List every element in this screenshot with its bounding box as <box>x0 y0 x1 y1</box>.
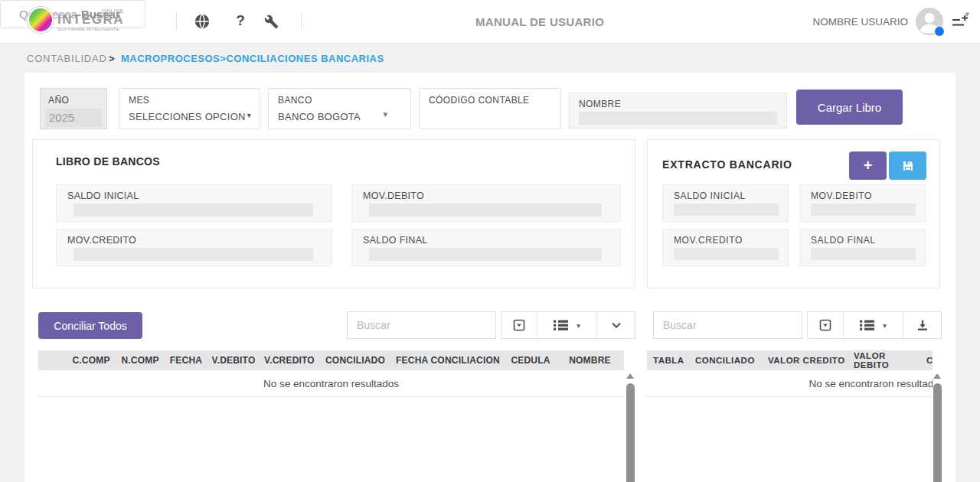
extracto-saldo-final-value <box>811 248 916 260</box>
logo-name-text: INTEGRA <box>57 14 124 26</box>
chevron-down-icon: ▾ <box>577 321 580 330</box>
left-table-scroll-up-arrow[interactable] <box>626 373 634 379</box>
save-extracto-button[interactable] <box>889 151 926 180</box>
chevron-down-icon <box>610 319 622 331</box>
right-table-toolbar: ▾ <box>807 311 942 339</box>
column-header-fecha[interactable]: FECHA <box>164 355 208 366</box>
extracto-mov-debito-field: MOV.DEBITO <box>799 184 926 222</box>
nombre-label: NOMBRE <box>570 93 786 109</box>
right-table-empty-message: No se encontraron resultados <box>647 370 933 397</box>
topbar-divider <box>176 13 177 30</box>
libro-saldo-inicial-value <box>74 204 313 217</box>
left-table-scrollbar[interactable] <box>626 383 635 482</box>
extracto-mov-credito-value <box>674 248 779 260</box>
user-name-label: NOMBRE USUARIO <box>812 0 908 44</box>
floppy-disk-icon <box>901 159 915 173</box>
libro-saldo-final-field: SALDO FINAL <box>351 229 621 266</box>
right-table-empty-row: No se encontraron resultados <box>647 370 933 397</box>
expand-button[interactable] <box>596 312 635 338</box>
nombre-field: NOMBRE <box>569 93 787 129</box>
help-icon[interactable]: ? <box>231 11 250 30</box>
libro-saldo-inicial-field: SALDO INICIAL <box>56 184 332 222</box>
column-header-conciliado[interactable]: CONCILIADO <box>689 356 762 365</box>
globe-icon[interactable] <box>193 12 211 31</box>
column-header-con[interactable]: CON <box>920 356 933 365</box>
mes-select[interactable]: MES SELECCIONES OPCION▾ <box>119 88 260 129</box>
ano-value: 2025 <box>45 109 102 127</box>
chevron-down-icon: ▾ <box>883 321 887 330</box>
extracto-mov-credito-field: MOV.CREDITO <box>662 229 789 266</box>
right-table-body <box>647 397 933 482</box>
extracto-saldo-inicial-value <box>674 204 779 216</box>
libro-saldo-final-value <box>369 248 602 261</box>
list-icon <box>554 319 569 331</box>
manual-de-usuario-link[interactable]: MANUAL DE USUARIO <box>475 0 604 44</box>
column-header-valor-credito[interactable]: VALOR CREDITO <box>762 356 848 365</box>
banco-select[interactable]: BANCO BANCO BOGOTA ▾ <box>268 88 411 129</box>
right-table-scrollbar[interactable] <box>933 383 942 482</box>
libro-de-bancos-panel: LIBRO DE BANCOS SALDO INICIAL MOV.DEBITO… <box>32 139 635 288</box>
topbar-divider <box>301 13 302 30</box>
column-header-cedula[interactable]: CEDULA <box>505 355 556 366</box>
column-header-valor-debito[interactable]: VALOR DEBITO <box>848 351 920 370</box>
mes-label: MES <box>119 89 259 106</box>
menu-add-icon[interactable] <box>951 15 969 30</box>
chevron-down-icon: ▾ <box>383 109 387 119</box>
ano-field: AÑO 2025 <box>40 88 107 129</box>
column-chooser-button[interactable]: ▾ <box>843 312 903 338</box>
list-icon <box>860 319 875 331</box>
chevron-down-icon: ▾ <box>247 111 251 119</box>
libro-mov-debito-field: MOV.DEBITO <box>351 184 621 222</box>
filter-icon[interactable] <box>501 312 537 338</box>
right-table-scroll-up-arrow[interactable] <box>933 373 941 379</box>
left-table-body <box>38 397 624 482</box>
integra-logo[interactable]: ONLINE INTEGRA SOFTWARE INTELIGENTE <box>28 7 124 33</box>
breadcrumb-root[interactable]: CONTABILIDAD <box>27 44 107 73</box>
extracto-saldo-inicial-field: SALDO INICIAL <box>662 184 789 222</box>
mes-value: SELECCIONES OPCION <box>129 111 246 122</box>
logo-tagline-text: SOFTWARE INTELIGENTE <box>57 27 124 31</box>
column-header-ncomp[interactable]: N.COMP <box>116 355 164 366</box>
column-header-nombre[interactable]: NOMBRE <box>556 355 624 366</box>
column-header-vcredito[interactable]: V.CREDITO <box>259 355 320 366</box>
right-table-search-input[interactable] <box>653 311 802 339</box>
extracto-saldo-final-field: SALDO FINAL <box>799 229 926 266</box>
libro-mov-credito-value <box>74 248 313 261</box>
add-extracto-button[interactable]: + <box>849 151 887 180</box>
nombre-value <box>579 112 777 125</box>
cargar-libro-button[interactable]: Cargar Libro <box>796 90 903 125</box>
banco-label: BANCO <box>269 89 410 106</box>
column-chooser-button[interactable]: ▾ <box>537 312 596 338</box>
filter-icon[interactable] <box>808 312 843 338</box>
libro-de-bancos-title: LIBRO DE BANCOS <box>56 155 160 168</box>
left-table-header: C.COMP N.COMP FECHA V.DEBITO V.CREDITO C… <box>38 350 624 370</box>
wrench-icon[interactable] <box>262 12 280 31</box>
integra-logo-icon <box>28 7 54 33</box>
export-button[interactable] <box>903 312 941 338</box>
breadcrumb-current[interactable]: MACROPROCESOS>CONCILIACIONES BANCARIAS <box>121 44 384 73</box>
codigo-contable-field[interactable]: CÓODIGO CONTABLE <box>419 88 561 129</box>
ano-label: AÑO <box>41 89 106 106</box>
online-status-dot <box>935 27 944 36</box>
left-table-search-input[interactable] <box>347 311 496 339</box>
libro-mov-credito-field: MOV.CREDITO <box>56 229 332 266</box>
column-header-conciliado[interactable]: CONCILIADO <box>320 355 390 366</box>
right-table-header: TABLA CONCILIADO VALOR CREDITO VALOR DEB… <box>647 350 933 370</box>
download-icon <box>916 319 929 331</box>
left-table-toolbar: ▾ <box>501 311 635 339</box>
conciliaciones-bancarias-page: ONLINE INTEGRA SOFTWARE INTELIGENTE ? Qu… <box>0 0 980 482</box>
column-header-vdebito[interactable]: V.DEBITO <box>208 355 259 366</box>
libro-mov-debito-value <box>369 204 602 217</box>
column-header-tabla[interactable]: TABLA <box>647 356 689 365</box>
column-header-ccomp[interactable]: C.COMP <box>66 355 116 366</box>
extracto-bancario-title: EXTRACTO BANCARIO <box>662 158 792 171</box>
breadcrumb-separator-icon: > <box>109 44 115 73</box>
codigo-contable-label: CÓODIGO CONTABLE <box>420 89 560 106</box>
extracto-mov-debito-value <box>811 204 916 216</box>
column-header-fecha-conciliacion[interactable]: FECHA CONCILIACION <box>390 355 505 366</box>
banco-value: BANCO BOGOTA <box>278 111 361 122</box>
extracto-bancario-panel: EXTRACTO BANCARIO + SALDO INICIAL MOV.DE… <box>647 139 940 288</box>
left-table-empty-message: No se encontraron resultados <box>38 370 624 397</box>
conciliar-todos-button[interactable]: Conciliar Todos <box>38 312 142 339</box>
top-bar: ONLINE INTEGRA SOFTWARE INTELIGENTE ? Qu… <box>0 0 980 44</box>
